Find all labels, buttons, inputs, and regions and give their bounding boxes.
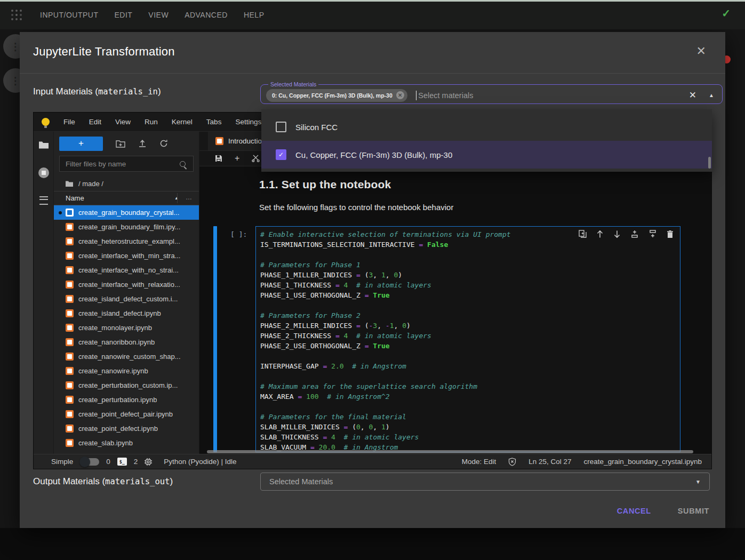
kernel-chip-icon — [144, 458, 153, 466]
insert-cell-icon[interactable]: + — [235, 154, 239, 163]
jupyterlab-menu-tabs[interactable]: Tabs — [206, 118, 222, 126]
code-line — [260, 250, 680, 260]
table-of-contents-icon[interactable] — [39, 196, 48, 205]
insert-cell-below-icon[interactable] — [648, 230, 657, 238]
app-menu-edit[interactable]: EDIT — [114, 11, 132, 19]
new-launcher-button[interactable]: + — [59, 137, 103, 151]
file-filter-input[interactable] — [60, 160, 180, 168]
section-subtext: Set the following flags to control the n… — [259, 203, 453, 212]
collapse-dropdown-icon[interactable]: ▲ — [709, 92, 714, 98]
file-row[interactable]: create_grain_boundary_film.ipy... — [54, 220, 199, 234]
insert-cell-above-icon[interactable] — [630, 230, 639, 238]
select-materials-placeholder[interactable]: Select materials — [418, 91, 473, 100]
checkbox-icon[interactable]: ✓ — [276, 122, 286, 132]
code-lines: # Enable interactive selection of termin… — [260, 229, 680, 452]
jupyterlab-menu-file[interactable]: File — [63, 118, 75, 126]
file-row[interactable]: create_nanowire_custom_shap... — [54, 349, 199, 364]
file-row[interactable]: create_point_defect_pair.ipynb — [54, 407, 199, 421]
jupyterlab-menu-run[interactable]: Run — [145, 118, 158, 126]
file-row[interactable]: create_slab.ipynb — [54, 436, 199, 450]
app-menu-view[interactable]: VIEW — [148, 11, 169, 19]
material-option[interactable]: ✓Cu, Copper, FCC (Fm-3m) 3D (Bulk), mp-3… — [261, 141, 712, 169]
app-logo-icon[interactable] — [11, 9, 22, 21]
notebook-file-icon — [66, 381, 74, 389]
terminal-count[interactable]: 0 — [106, 458, 110, 466]
file-row[interactable]: create_interface_with_no_strai... — [54, 263, 199, 277]
jupyterlab-menu-edit[interactable]: Edit — [89, 118, 101, 126]
notebook-file-icon — [66, 309, 74, 317]
material-option-label: Cu, Copper, FCC (Fm-3m) 3D (Bulk), mp-30 — [295, 150, 452, 159]
cell-toolbar — [579, 230, 674, 238]
code-editor[interactable]: # Enable interactive selection of termin… — [255, 226, 680, 452]
material-option[interactable]: ✓Silicon FCC — [261, 113, 712, 141]
jupyterlab-menu-settings[interactable]: Settings — [235, 118, 261, 126]
delete-cell-icon[interactable] — [667, 230, 674, 238]
close-icon[interactable]: ✕ — [696, 45, 706, 57]
file-name: create_perturbation_custom.ip... — [78, 381, 178, 389]
chip-delete-icon[interactable]: ✕ — [396, 91, 404, 99]
notebook-file-icon — [66, 367, 74, 375]
file-row[interactable]: create_nanoribbon.ipynb — [54, 335, 199, 349]
kernel-status[interactable]: Python (Pyodide) | Idle — [164, 458, 236, 466]
file-row[interactable]: create_interface_with_min_stra... — [54, 249, 199, 263]
running-sessions-icon[interactable] — [38, 167, 49, 178]
cell-prompt: [ ]: — [230, 230, 247, 238]
file-row[interactable]: create_perturbation.ipynb — [54, 393, 199, 407]
cut-cell-icon[interactable] — [252, 155, 260, 162]
file-row[interactable]: create_interface_with_relaxatio... — [54, 277, 199, 292]
duplicate-cell-icon[interactable] — [579, 230, 587, 238]
file-name: create_grain_boundary_crystal... — [78, 209, 179, 217]
toggle-knob — [79, 457, 90, 467]
notebook-file-icon — [66, 410, 74, 418]
cancel-button[interactable]: CANCEL — [616, 503, 652, 518]
file-row[interactable]: create_grain_boundary_crystal... — [54, 205, 199, 220]
app-menu-help[interactable]: HELP — [244, 11, 265, 19]
dropdown-scrollbar[interactable] — [708, 157, 711, 169]
file-browser-toolbar: + — [54, 132, 199, 155]
simple-mode-toggle[interactable] — [81, 458, 99, 466]
app-menu-input-output[interactable]: INPUT/OUTPUT — [40, 11, 98, 19]
app-menu-advanced[interactable]: ADVANCED — [185, 11, 228, 19]
input-materials-label: Input Materials (materials_in) — [33, 86, 161, 97]
file-row[interactable]: create_point_defect.ipynb — [54, 421, 199, 436]
refresh-icon[interactable] — [159, 139, 168, 148]
code-line: # Parameters for Phase 1 — [260, 260, 680, 270]
horizontal-scrollbar[interactable] — [207, 450, 693, 453]
file-row[interactable]: create_heterostructure_exampl... — [54, 234, 199, 249]
material-chip[interactable]: 0: Cu, Copper, FCC (Fm-3m) 3D (Bulk), mp… — [266, 89, 407, 102]
clear-selection-icon[interactable]: ✕ — [689, 91, 696, 100]
file-row[interactable]: create_island_defect.ipynb — [54, 306, 199, 321]
file-browser-icon[interactable] — [38, 140, 49, 149]
submit-button[interactable]: SUBMIT — [677, 503, 710, 518]
checkbox-icon[interactable]: ✓ — [276, 149, 286, 160]
save-icon[interactable] — [215, 155, 222, 162]
breadcrumb[interactable]: / made / — [54, 177, 199, 191]
material-chip-label: 0: Cu, Copper, FCC (Fm-3m) 3D (Bulk), mp… — [272, 92, 392, 99]
code-line: PHASE_2_USE_ORTHOGONAL_Z = True — [260, 341, 680, 351]
file-row[interactable]: create_monolayer.ipynb — [54, 321, 199, 335]
editor-mode[interactable]: Mode: Edit — [462, 458, 496, 466]
file-row[interactable]: create_nanowire.ipynb — [54, 364, 199, 378]
new-folder-icon[interactable] — [116, 140, 125, 148]
upload-icon[interactable] — [138, 139, 147, 148]
cell-collapser-bar[interactable] — [213, 226, 217, 452]
file-row[interactable]: create_perturbation_custom.ip... — [54, 378, 199, 393]
kernel-count[interactable]: 2 — [134, 458, 138, 466]
terminal-icon: $_ — [117, 458, 127, 466]
file-row[interactable]: create_island_defect_custom.i... — [54, 292, 199, 306]
statusbar-right: Mode: Edit Ln 25, Col 27 create_grain_bo… — [462, 454, 702, 469]
move-cell-up-icon[interactable] — [596, 230, 604, 238]
notebook-file-icon — [66, 252, 74, 260]
file-list-header[interactable]: Name ▲ … — [54, 191, 199, 205]
cursor-position[interactable]: Ln 25, Col 27 — [528, 458, 571, 466]
file-name: create_slab.ipynb — [78, 439, 133, 447]
jupyterlab-menu-kernel[interactable]: Kernel — [172, 118, 193, 126]
simple-mode-label: Simple — [51, 458, 73, 466]
notebook-file-icon — [66, 266, 74, 274]
selected-materials-field[interactable]: Selected Materials 0: Cu, Copper, FCC (F… — [260, 82, 723, 104]
top-edge-strip — [0, 0, 745, 2]
move-cell-down-icon[interactable] — [613, 230, 621, 238]
jupyterlab-menu-view[interactable]: View — [115, 118, 131, 126]
output-materials-select[interactable]: Selected Materials ▼ — [260, 473, 710, 491]
text-caret — [416, 91, 417, 100]
